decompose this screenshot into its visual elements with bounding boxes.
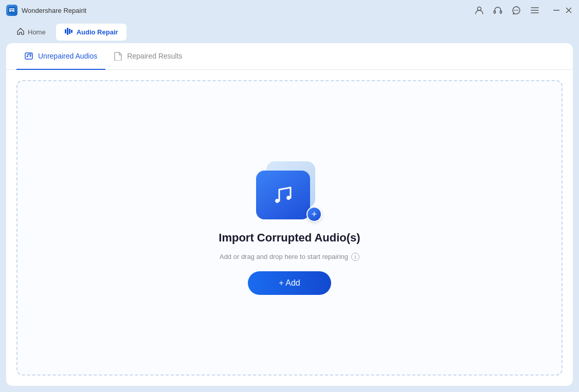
svg-rect-11 [67,28,68,35]
music-card-front [256,171,310,219]
app-title: Wondershare Repairit [22,7,86,14]
home-label: Home [28,28,46,36]
import-subtitle-text: Add or drag and drop here to start repai… [220,253,348,260]
audio-icon [64,27,74,38]
nav-bar: Home Audio Repair [0,21,579,43]
svg-rect-2 [494,11,496,13]
title-bar-right [474,5,573,15]
svg-point-6 [517,10,518,11]
home-icon [16,27,25,37]
import-title: Import Corrupted Audio(s) [219,231,360,245]
tab2-label: Repaired Results [127,52,182,60]
audio-repair-label: Audio Repair [77,28,118,36]
menu-icon[interactable] [530,5,540,15]
audio-repair-nav-item[interactable]: Audio Repair [56,24,126,41]
tab1-label: Unrepaired Audios [38,52,97,60]
info-icon[interactable]: i [351,253,359,261]
drop-zone-container: + Import Corrupted Audio(s) Add or drag … [6,70,573,386]
tabs: Unrepaired Audios Repaired Results [6,43,573,70]
music-tab-icon [25,51,34,61]
window-controls [552,6,573,14]
title-bar: Wondershare Repairit [0,0,579,21]
user-icon[interactable] [474,5,484,15]
svg-rect-12 [69,29,70,34]
app-icon [6,5,17,16]
close-button[interactable] [565,6,573,14]
chat-icon[interactable] [511,5,521,15]
home-nav-item[interactable]: Home [8,24,54,40]
svg-rect-10 [65,29,66,33]
add-button[interactable]: + Add [248,271,331,295]
headset-icon[interactable] [493,5,503,15]
svg-point-4 [514,10,515,11]
plus-circle: + [306,207,322,222]
tab-repaired-results[interactable]: Repaired Results [105,43,190,70]
svg-rect-14 [25,53,32,59]
svg-rect-13 [71,30,73,33]
svg-rect-3 [500,11,502,13]
file-tab-icon [114,51,123,61]
svg-point-5 [516,10,517,11]
import-subtitle: Add or drag and drop here to start repai… [220,253,359,261]
plus-icon: + [307,208,321,221]
minimize-button[interactable] [552,6,560,14]
music-icon-container: + [256,161,323,223]
drop-zone[interactable]: + Import Corrupted Audio(s) Add or drag … [16,80,563,376]
svg-point-15 [27,56,28,58]
tab-unrepaired-audios[interactable]: Unrepaired Audios [16,43,105,70]
main-content: Unrepaired Audios Repaired Results [6,43,573,386]
title-bar-left: Wondershare Repairit [6,5,86,16]
svg-point-16 [30,55,31,57]
